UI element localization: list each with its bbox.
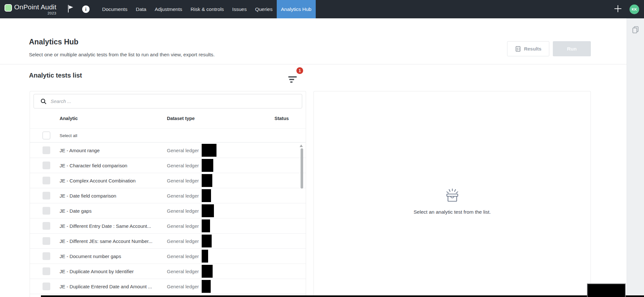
filter-count-badge: 1 bbox=[296, 67, 303, 74]
redacted-value bbox=[202, 174, 212, 187]
table-row[interactable]: JE - Different Entry Date : Same Account… bbox=[30, 218, 306, 234]
row-analytic-name: JE - Document number gaps bbox=[60, 254, 121, 259]
nav-item-adjustments[interactable]: Adjustments bbox=[150, 0, 186, 18]
row-dataset-type: General ledger bbox=[167, 193, 199, 199]
page-subtitle: Select one or multiple analytic tests fr… bbox=[29, 52, 215, 58]
row-checkbox[interactable] bbox=[43, 267, 50, 275]
row-dataset-cell: General ledger bbox=[167, 173, 212, 188]
filter-button[interactable]: 1 bbox=[285, 66, 303, 86]
row-analytic-name: JE - Complex Account Combination bbox=[60, 178, 136, 183]
row-dataset-cell: General ledger bbox=[167, 203, 214, 218]
rows-viewport: JE - Amount range General ledger JE - Ch… bbox=[30, 143, 306, 297]
redacted-value bbox=[202, 144, 216, 157]
table-row[interactable]: JE - Complex Account Combination General… bbox=[30, 173, 306, 188]
row-dataset-type: General ledger bbox=[167, 178, 199, 183]
table-row[interactable]: JE - Date field comparison General ledge… bbox=[30, 188, 306, 203]
run-button[interactable]: Run bbox=[553, 41, 591, 56]
row-analytic-name: JE - Amount range bbox=[60, 148, 100, 153]
select-all-label: Select all bbox=[60, 133, 77, 138]
main-content: Analytics Hub Select one or multiple ana… bbox=[0, 18, 627, 297]
results-button-label: Results bbox=[524, 46, 541, 51]
product-name: OnPoint Audit bbox=[14, 3, 56, 11]
redacted-value bbox=[202, 235, 212, 247]
column-header-status: Status bbox=[274, 116, 289, 121]
page-title: Analytics Hub bbox=[29, 38, 78, 46]
row-checkbox[interactable] bbox=[43, 192, 50, 200]
results-button[interactable]: Results bbox=[507, 41, 549, 56]
row-checkbox[interactable] bbox=[43, 177, 50, 184]
row-dataset-type: General ledger bbox=[167, 163, 199, 168]
nav-item-documents[interactable]: Documents bbox=[98, 0, 131, 18]
row-dataset-type: General ledger bbox=[167, 254, 199, 259]
row-checkbox[interactable] bbox=[43, 237, 50, 245]
row-analytic-name: JE - Duplicate Amount by Identifier bbox=[60, 269, 134, 274]
table-row[interactable]: JE - Document number gaps General ledger bbox=[30, 249, 306, 264]
row-checkbox[interactable] bbox=[43, 162, 50, 169]
app-window: OnPoint Audit 2023 i DocumentsDataAdjust… bbox=[0, 0, 644, 297]
table-row[interactable]: JE - Duplicate Amount by Identifier Gene… bbox=[30, 264, 306, 279]
row-dataset-cell: General ledger bbox=[167, 143, 216, 158]
row-checkbox[interactable] bbox=[43, 252, 50, 260]
table-row[interactable]: JE - Amount range General ledger bbox=[30, 143, 306, 158]
nav-items: DocumentsDataAdjustmentsRisk & controlsI… bbox=[98, 0, 316, 18]
row-dataset-cell: General ledger bbox=[167, 158, 213, 173]
redacted-value bbox=[202, 219, 210, 232]
nav-item-data[interactable]: Data bbox=[131, 0, 150, 18]
redacted-value bbox=[202, 159, 213, 172]
top-navbar: OnPoint Audit 2023 i DocumentsDataAdjust… bbox=[0, 0, 644, 18]
search-icon bbox=[40, 98, 47, 105]
row-checkbox[interactable] bbox=[43, 146, 50, 154]
info-button[interactable]: i bbox=[82, 5, 90, 13]
header-divider bbox=[0, 64, 627, 64]
row-analytic-name: JE - Duplicate Entered Date and Amount .… bbox=[60, 284, 152, 289]
row-dataset-cell: General ledger bbox=[167, 188, 211, 203]
select-all-checkbox[interactable] bbox=[43, 132, 50, 139]
copy-pages-button[interactable] bbox=[631, 25, 640, 35]
flag-button[interactable] bbox=[67, 5, 74, 14]
search-box bbox=[34, 94, 302, 108]
scrollbar-up-arrow[interactable] bbox=[300, 144, 303, 147]
plus-icon bbox=[613, 4, 623, 15]
bottom-redaction-bar bbox=[41, 295, 644, 297]
row-analytic-name: JE - Date gaps bbox=[60, 208, 91, 214]
checklist-icon bbox=[515, 46, 521, 52]
row-analytic-name: JE - Character field comparison bbox=[60, 163, 127, 168]
scrollbar-thumb[interactable] bbox=[301, 148, 303, 189]
column-header-dataset-type: Dataset type bbox=[167, 116, 195, 121]
empty-state-text: Select an analytic test from the list. bbox=[314, 209, 591, 215]
row-dataset-type: General ledger bbox=[167, 208, 199, 214]
nav-item-queries[interactable]: Queries bbox=[251, 0, 277, 18]
row-checkbox[interactable] bbox=[43, 207, 50, 215]
row-analytic-name: JE - Date field comparison bbox=[60, 193, 116, 199]
table-row[interactable]: JE - Duplicate Entered Date and Amount .… bbox=[30, 279, 306, 294]
nav-item-analytics-hub[interactable]: Analytics Hub bbox=[277, 0, 316, 18]
search-input[interactable] bbox=[51, 98, 298, 104]
row-dataset-type: General ledger bbox=[167, 223, 199, 229]
list-section-title: Analytic tests list bbox=[29, 72, 82, 79]
redacted-value bbox=[202, 280, 211, 293]
analytic-tests-panel: Analytic Dataset type Status Select all … bbox=[30, 91, 306, 297]
right-sidebar-rail bbox=[627, 18, 644, 297]
redacted-value bbox=[202, 204, 214, 217]
row-checkbox[interactable] bbox=[43, 283, 50, 290]
row-dataset-cell: General ledger bbox=[167, 249, 208, 264]
app-logo[interactable]: OnPoint Audit 2023 bbox=[5, 3, 56, 15]
row-analytic-name: JE - Different Entry Date : Same Account… bbox=[60, 223, 151, 229]
row-checkbox[interactable] bbox=[43, 222, 50, 230]
logo-mark-icon bbox=[5, 4, 12, 12]
empty-state: Select an analytic test from the list. bbox=[314, 188, 591, 215]
nav-item-issues[interactable]: Issues bbox=[228, 0, 251, 18]
user-avatar[interactable]: KK bbox=[630, 5, 639, 14]
table-row[interactable]: JE - Different JEs: same Account Number.… bbox=[30, 234, 306, 249]
row-analytic-name: JE - Different JEs: same Account Number.… bbox=[60, 238, 152, 244]
table-row[interactable]: JE - Character field comparison General … bbox=[30, 158, 306, 173]
table-row[interactable]: JE - Date gaps General ledger bbox=[30, 203, 306, 218]
bottom-right-redaction-box bbox=[587, 283, 626, 297]
open-box-icon bbox=[444, 200, 460, 205]
nav-item-risk-controls[interactable]: Risk & controls bbox=[186, 0, 228, 18]
redacted-value bbox=[202, 265, 213, 278]
info-icon: i bbox=[82, 5, 90, 13]
row-dataset-type: General ledger bbox=[167, 238, 199, 244]
add-button[interactable] bbox=[613, 4, 623, 15]
row-dataset-type: General ledger bbox=[167, 148, 199, 153]
